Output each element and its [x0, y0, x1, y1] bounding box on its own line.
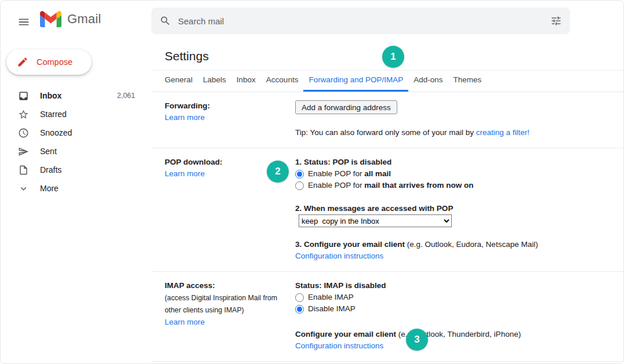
- tab-general[interactable]: General: [159, 70, 198, 92]
- forwarding-learn-more-link[interactable]: Learn more: [165, 113, 205, 122]
- chevron-down-icon: [18, 183, 30, 194]
- imap-access-note: (access Digital Inspiration Mail from ot…: [165, 292, 278, 316]
- pop-learn-more-link[interactable]: Learn more: [165, 169, 205, 178]
- inbox-icon: [18, 90, 30, 101]
- pop-configuration-instructions-link[interactable]: Configuration instructions: [295, 252, 383, 260]
- settings-tabs: General Labels Inbox Accounts Forwarding…: [151, 71, 623, 92]
- search-input[interactable]: [178, 16, 550, 26]
- gmail-m-icon: [40, 11, 61, 27]
- main-menu-icon[interactable]: [11, 9, 37, 35]
- sidebar-nav: Inbox 2,061 Starred Snoozed Sent D: [1, 86, 151, 198]
- app-name: Gmail: [67, 12, 101, 27]
- pop-action-select[interactable]: keep copy in the Inbox: [299, 214, 452, 227]
- sidebar: Compose Inbox 2,061 Starred Snoozed: [1, 41, 151, 364]
- radio-input[interactable]: [295, 293, 304, 302]
- imap-status-text: Status: IMAP is disabled: [295, 280, 610, 292]
- radio-label: Enable IMAP: [308, 292, 354, 303]
- disable-imap-radio[interactable]: Disable IMAP: [295, 303, 610, 315]
- tab-labels[interactable]: Labels: [198, 70, 231, 92]
- sidebar-item-label: More: [40, 184, 151, 193]
- radio-label: Disable IMAP: [308, 303, 355, 315]
- imap-configure-line: Configure your email client (e.g. Outloo…: [295, 329, 610, 340]
- gmail-logo[interactable]: Gmail: [40, 11, 101, 27]
- actions-row: Save Changes Cancel: [151, 362, 623, 364]
- tip-text: Tip: You can also forward only some of y…: [295, 128, 476, 137]
- imap-access-section: IMAP access: (access Digital Inspiration…: [151, 272, 623, 362]
- annotation-badge-1: 1: [382, 46, 404, 68]
- add-forwarding-address-button[interactable]: Add a forwarding address: [295, 100, 397, 114]
- radio-label: Enable POP for all mail: [308, 168, 391, 180]
- pencil-icon: [17, 56, 28, 68]
- imap-learn-more-link[interactable]: Learn more: [165, 318, 205, 326]
- clock-icon: [18, 128, 30, 139]
- annotation-badge-2: 2: [267, 161, 289, 183]
- sidebar-item-drafts[interactable]: Drafts: [1, 161, 151, 179]
- imap-access-label: IMAP access:: [165, 280, 278, 292]
- radio-input[interactable]: [295, 305, 304, 314]
- compose-label: Compose: [37, 57, 72, 67]
- hamburger-icon: [17, 16, 30, 28]
- tab-themes[interactable]: Themes: [448, 70, 487, 92]
- imap-configuration-instructions-link[interactable]: Configuration instructions: [295, 341, 383, 350]
- sidebar-item-starred[interactable]: Starred: [1, 105, 151, 123]
- sidebar-item-snoozed[interactable]: Snoozed: [1, 123, 151, 142]
- enable-pop-all-mail-radio[interactable]: Enable POP for all mail: [295, 168, 610, 180]
- sidebar-item-label: Starred: [40, 110, 151, 119]
- radio-label: Enable POP for mail that arrives from no…: [308, 180, 474, 191]
- sidebar-item-label: Snoozed: [40, 128, 151, 137]
- enable-imap-radio[interactable]: Enable IMAP: [295, 292, 610, 303]
- tab-accounts[interactable]: Accounts: [261, 70, 304, 92]
- sidebar-item-sent[interactable]: Sent: [1, 142, 151, 161]
- search-bar[interactable]: [151, 8, 570, 34]
- top-bar: Gmail: [1, 1, 623, 41]
- pop-status-text: 1. Status: POP is disabled: [295, 156, 610, 168]
- star-icon: [18, 109, 30, 120]
- sidebar-item-more[interactable]: More: [1, 179, 151, 198]
- tab-forwarding-pop-imap[interactable]: Forwarding and POP/IMAP: [303, 70, 408, 92]
- radio-input[interactable]: [295, 181, 304, 190]
- annotation-badge-3: 3: [406, 329, 428, 351]
- creating-a-filter-link[interactable]: creating a filter!: [476, 128, 529, 137]
- radio-input[interactable]: [295, 170, 304, 179]
- forwarding-tip: Tip: You can also forward only some of y…: [295, 127, 610, 139]
- sidebar-item-label: Sent: [40, 147, 151, 156]
- search-options-icon[interactable]: [550, 15, 562, 27]
- inbox-count: 2,061: [117, 92, 135, 100]
- tab-addons[interactable]: Add-ons: [408, 70, 448, 92]
- draft-icon: [18, 165, 30, 176]
- gmail-settings-window: 1 2 3 Gmail: [0, 0, 624, 364]
- forwarding-label: Forwarding:: [165, 100, 295, 112]
- pop-when-line: 2. When messages are accessed with POP k…: [295, 203, 610, 227]
- forwarding-section: Forwarding: Learn more Add a forwarding …: [151, 92, 623, 148]
- pop-when-label: 2. When messages are accessed with POP: [295, 204, 453, 213]
- settings-panel: Settings General Labels Inbox Accounts F…: [151, 41, 623, 364]
- sidebar-item-label: Inbox: [40, 91, 117, 100]
- pop-download-section: POP download: Learn more 1. Status: POP …: [151, 148, 623, 272]
- sidebar-item-inbox[interactable]: Inbox 2,061: [1, 86, 151, 105]
- compose-button[interactable]: Compose: [6, 49, 92, 75]
- sidebar-item-label: Drafts: [40, 165, 151, 174]
- tab-inbox[interactable]: Inbox: [231, 70, 261, 92]
- pop-configure-line: 3. Configure your email client (e.g. Out…: [295, 239, 610, 250]
- send-icon: [18, 146, 30, 157]
- enable-pop-from-now-on-radio[interactable]: Enable POP for mail that arrives from no…: [295, 180, 610, 191]
- search-icon[interactable]: [159, 15, 171, 27]
